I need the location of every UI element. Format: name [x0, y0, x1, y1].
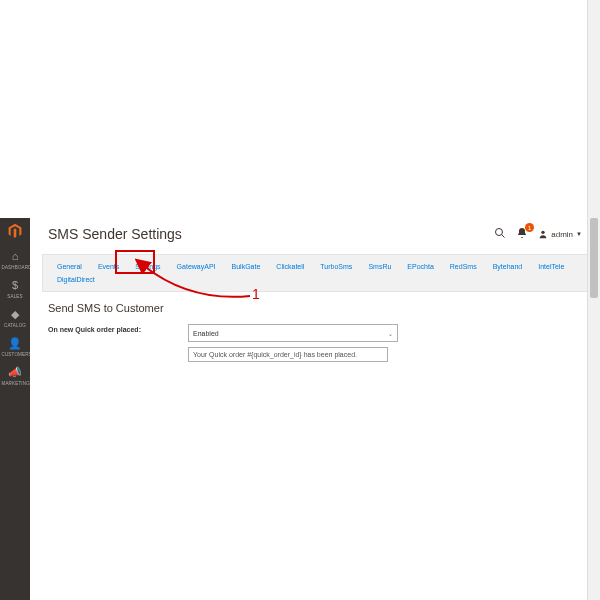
tab-digitaldirect[interactable]: DigitalDirect: [49, 273, 103, 286]
tab-general[interactable]: General: [49, 260, 90, 273]
sidebar-item-catalog[interactable]: ◆CATALOG: [0, 304, 30, 333]
user-label: admin: [551, 230, 573, 239]
select-value: Enabled: [193, 330, 219, 337]
enabled-select[interactable]: Enabled ⌄: [188, 324, 398, 342]
sidebar-icon: ⌂: [0, 251, 30, 262]
settings-tabs: GeneralEventsSettingsGatewayAPIBulkGateC…: [42, 254, 588, 292]
tab-smsru[interactable]: SmsRu: [360, 260, 399, 273]
sidebar-item-customers[interactable]: 👤CUSTOMERS: [0, 333, 30, 362]
tab-gatewayapi[interactable]: GatewayAPI: [169, 260, 224, 273]
sms-template-textarea[interactable]: Your Quick order #{quick_order_id} has b…: [188, 347, 388, 362]
tab-settings[interactable]: Settings: [127, 260, 168, 273]
tab-redsms[interactable]: RedSms: [442, 260, 485, 273]
tab-bulkgate[interactable]: BulkGate: [224, 260, 269, 273]
svg-point-0: [496, 229, 503, 236]
page-header: SMS Sender Settings 1 admin ▼: [30, 218, 600, 248]
sidebar-item-sales[interactable]: $SALES: [0, 275, 30, 304]
section-title: Send SMS to Customer: [48, 302, 582, 314]
svg-point-2: [542, 231, 545, 234]
sidebar-label: CATALOG: [2, 322, 29, 328]
tab-inteltele[interactable]: IntelTele: [530, 260, 572, 273]
notification-badge: 1: [525, 223, 534, 232]
page-title: SMS Sender Settings: [48, 226, 494, 242]
account-menu[interactable]: admin ▼: [538, 229, 582, 239]
sidebar-label: SALES: [2, 293, 29, 299]
sidebar-icon: ◆: [0, 309, 30, 320]
chevron-down-icon: ▼: [576, 231, 582, 237]
field-label-quick-order: On new Quick order placed:: [48, 324, 188, 333]
search-icon[interactable]: [494, 227, 506, 241]
notifications-icon[interactable]: 1: [516, 227, 528, 241]
sidebar-label: MARKETING: [2, 380, 29, 386]
scrollbar-thumb[interactable]: [590, 218, 598, 298]
tab-epochta[interactable]: EPochta: [399, 260, 441, 273]
sidebar-label: CUSTOMERS: [2, 351, 29, 357]
tab-bytehand[interactable]: Bytehand: [485, 260, 531, 273]
sidebar-item-marketing[interactable]: 📣MARKETING: [0, 362, 30, 391]
tab-clickatell[interactable]: Clickatell: [268, 260, 312, 273]
svg-line-1: [502, 235, 505, 238]
sidebar-label: DASHBOARD: [2, 264, 29, 270]
sidebar-icon: 📣: [0, 367, 30, 378]
magento-logo-icon: [6, 222, 24, 240]
sidebar-item-dashboard[interactable]: ⌂DASHBOARD: [0, 246, 30, 275]
sidebar-icon: 👤: [0, 338, 30, 349]
browser-scrollbar[interactable]: [587, 0, 600, 600]
tab-events[interactable]: Events: [90, 260, 127, 273]
chevron-down-icon: ⌄: [388, 330, 393, 337]
main-content: SMS Sender Settings 1 admin ▼ GeneralEve…: [30, 218, 600, 600]
tab-turbosms[interactable]: TurboSms: [312, 260, 360, 273]
admin-sidebar: ⌂DASHBOARD$SALES◆CATALOG👤CUSTOMERS📣MARKE…: [0, 218, 30, 600]
sidebar-icon: $: [0, 280, 30, 291]
